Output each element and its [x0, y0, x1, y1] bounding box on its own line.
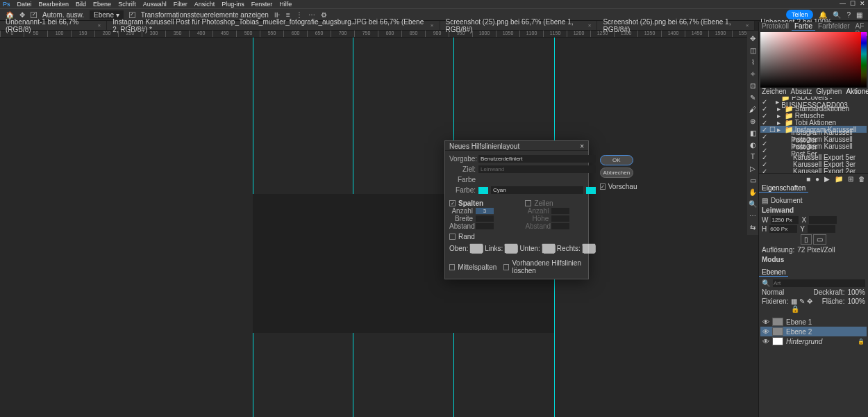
- menu-item[interactable]: Filter: [174, 1, 187, 8]
- stamp-tool-icon[interactable]: ⊕: [748, 116, 758, 126]
- x-input[interactable]: [809, 216, 837, 224]
- rows-checkbox[interactable]: [525, 200, 531, 206]
- auto-select-checkbox[interactable]: ✓: [31, 12, 37, 18]
- landscape-icon[interactable]: ▭: [813, 234, 826, 245]
- portrait-icon[interactable]: ▯: [801, 234, 812, 245]
- visibility-icon[interactable]: 👁: [762, 338, 769, 345]
- tab-glyphen[interactable]: Glyphen: [816, 88, 842, 95]
- canvas[interactable]: [7, 38, 751, 417]
- opacity-value[interactable]: 100%: [847, 288, 865, 296]
- close-tab-icon[interactable]: ×: [98, 22, 101, 28]
- record-icon[interactable]: ●: [814, 175, 821, 183]
- search-icon[interactable]: 🔍: [762, 279, 770, 287]
- layer-row[interactable]: 👁Ebene 2: [760, 327, 867, 336]
- play-icon[interactable]: ▶: [823, 175, 831, 183]
- gradient-tool-icon[interactable]: ◐: [748, 140, 758, 149]
- folder-toggle-icon[interactable]: ▸: [777, 126, 783, 133]
- document-tab[interactable]: Unbenannt-1 bei 66,7% (RGB/8)×: [0, 21, 107, 30]
- tab-zeichen[interactable]: Zeichen: [762, 88, 787, 95]
- center-checkbox[interactable]: [449, 264, 455, 270]
- y-input[interactable]: [808, 225, 835, 233]
- menu-item[interactable]: Bearbeiten: [39, 1, 69, 8]
- blend-mode[interactable]: Normal: [762, 288, 784, 296]
- action-row[interactable]: ✓Karussell Export 3er: [760, 161, 867, 167]
- layer-filter-input[interactable]: [773, 279, 865, 287]
- target-select[interactable]: Leinwand: [478, 165, 596, 173]
- hue-slider[interactable]: [861, 32, 867, 88]
- check-icon[interactable]: ✓: [762, 167, 767, 174]
- menu-item[interactable]: Ansicht: [194, 1, 215, 8]
- action-row[interactable]: ✓▸📁 Retusche: [760, 112, 867, 119]
- marquee-tool-icon[interactable]: ◫: [748, 45, 758, 55]
- action-row[interactable]: ✓▸📁 PSDCovers - BUSINESSCARD003: [760, 98, 867, 105]
- action-row[interactable]: ✓▸📁 Tobi Aktionen: [760, 119, 867, 126]
- trash-icon[interactable]: 🗑: [857, 175, 867, 183]
- type-tool-icon[interactable]: T: [748, 152, 758, 161]
- maximize-icon[interactable]: ☐: [850, 0, 856, 7]
- columns-count-input[interactable]: [476, 208, 494, 214]
- height-input[interactable]: [769, 225, 797, 233]
- document-tab[interactable]: Instagram Karussell Post für Photoshop_T…: [107, 21, 440, 30]
- color-picker[interactable]: [760, 32, 867, 88]
- folder-icon[interactable]: 📁: [833, 175, 844, 183]
- columns-gap-input[interactable]: [476, 223, 494, 229]
- action-row[interactable]: ✓Karussell Export 5er: [760, 154, 867, 161]
- menu-item[interactable]: Plug-ins: [222, 1, 244, 8]
- document-tab[interactable]: Screenshot (26).png bei 66,7% (Ebene 1, …: [597, 21, 755, 30]
- clear-checkbox[interactable]: [503, 264, 509, 270]
- dialog-icon[interactable]: ☐: [769, 126, 775, 133]
- visibility-icon[interactable]: 👁: [762, 318, 769, 326]
- color-swatch[interactable]: [478, 187, 488, 194]
- hand-tool-icon[interactable]: ✋: [748, 187, 758, 197]
- zoom-tool-icon[interactable]: 🔍: [748, 199, 758, 208]
- tab-protokoll[interactable]: Protokoll: [759, 22, 792, 31]
- close-tab-icon[interactable]: ×: [746, 22, 749, 28]
- action-row[interactable]: ✓Karussell Export 2er: [760, 167, 867, 173]
- layer-row[interactable]: 👁Ebene 1: [760, 317, 867, 327]
- shape-tool-icon[interactable]: ▭: [748, 175, 758, 185]
- columns-checkbox[interactable]: ✓: [449, 200, 456, 206]
- eraser-tool-icon[interactable]: ◧: [748, 128, 758, 138]
- tab-eigenschaften[interactable]: Eigenschaften: [759, 184, 808, 193]
- close-icon[interactable]: ×: [580, 142, 584, 149]
- workspace-icon[interactable]: ▦: [856, 11, 862, 19]
- lasso-tool-icon[interactable]: ⌇: [748, 57, 758, 67]
- tab-farbfelder[interactable]: Farbfelder: [815, 22, 853, 31]
- margin-checkbox[interactable]: [449, 234, 456, 240]
- preview-checkbox[interactable]: ✓: [600, 183, 606, 190]
- layer-thumbnail[interactable]: [772, 318, 783, 326]
- menu-item[interactable]: Fenster: [251, 1, 273, 8]
- close-tab-icon[interactable]: ×: [431, 22, 434, 28]
- stop-icon[interactable]: ■: [805, 175, 812, 183]
- cancel-button[interactable]: Abbrechen: [600, 167, 633, 178]
- layer-thumbnail[interactable]: [772, 327, 783, 336]
- tab-aktionen[interactable]: Aktionen: [846, 88, 868, 95]
- color-swap-icon[interactable]: ⇆: [748, 222, 758, 232]
- action-row[interactable]: ✓Instagram Karussell Post 5er: [760, 147, 867, 154]
- columns-width-input[interactable]: [476, 215, 494, 222]
- menu-item[interactable]: Datei: [17, 1, 32, 8]
- path-tool-icon[interactable]: ▷: [748, 163, 758, 173]
- preset-select[interactable]: Benutzerdefiniert: [478, 155, 596, 163]
- canvas-area[interactable]: [0, 38, 758, 417]
- wand-tool-icon[interactable]: ✧: [748, 69, 758, 79]
- tab-ebenen[interactable]: Ebenen: [759, 268, 788, 277]
- minimize-icon[interactable]: —: [840, 0, 846, 7]
- transform-checkbox[interactable]: ✓: [129, 12, 135, 18]
- lock-icon[interactable]: 🔒: [858, 338, 865, 345]
- layer-row[interactable]: 👁Hintergrund🔒: [760, 336, 867, 346]
- tab-afpanel[interactable]: AF Panel: [853, 22, 868, 31]
- more-tools-icon[interactable]: ⋯: [748, 211, 758, 220]
- document-tab[interactable]: Screenshot (25).png bei 66,7% (Ebene 1, …: [440, 21, 598, 30]
- menu-item[interactable]: Bild: [76, 1, 86, 8]
- ok-button[interactable]: OK: [600, 155, 633, 165]
- width-input[interactable]: [771, 216, 799, 224]
- move-tool-icon[interactable]: ✥: [748, 33, 758, 43]
- lock-icons[interactable]: ▦ ✎ ✥ 🔒: [791, 297, 819, 313]
- tab-farbe[interactable]: Farbe: [792, 22, 815, 31]
- menu-item[interactable]: Ebene: [93, 1, 111, 8]
- tab-absatz[interactable]: Absatz: [791, 88, 812, 95]
- new-icon[interactable]: ⊞: [846, 175, 855, 183]
- fill-value[interactable]: 100%: [847, 297, 865, 313]
- eyedropper-tool-icon[interactable]: ✎: [748, 92, 758, 102]
